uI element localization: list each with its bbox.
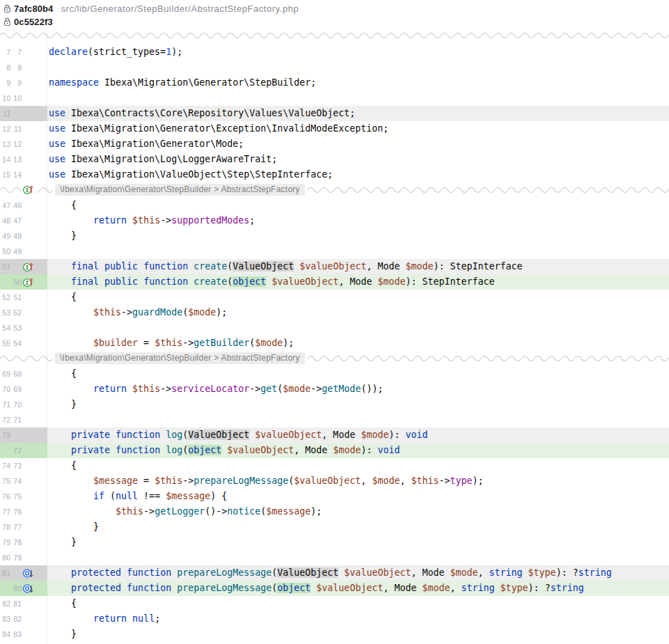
diff-line[interactable]: 99namespace Ibexa\Migration\Generator\St…: [0, 75, 669, 91]
gutter: 77: [0, 45, 47, 60]
diff-line[interactable]: 1211use Ibexa\Migration\Generator\Except…: [0, 121, 669, 136]
old-line-number: 74: [0, 458, 10, 473]
gutter: 5554: [0, 336, 47, 351]
code-text: return $this->supportedModes;: [47, 213, 669, 228]
diff-line-deleted[interactable]: 11use Ibexa\Contracts\Core\Repository\Va…: [0, 106, 669, 121]
implements-method-icon[interactable]: [22, 183, 36, 196]
new-line-number: 51: [11, 290, 22, 305]
old-line-number: 11: [0, 106, 10, 121]
new-line-number: 50: [11, 274, 22, 290]
diff-line[interactable]: 8483 }: [0, 627, 669, 642]
gutter: 11: [0, 106, 47, 121]
word-diff-highlight: object: [233, 276, 266, 287]
code-text: use Ibexa\Contracts\Core\Repository\Valu…: [47, 106, 669, 121]
code-text: }: [47, 535, 669, 550]
fold-context-label[interactable]: \Ibexa\Migration\Generator\StepBuilder >…: [55, 184, 305, 196]
code-text: namespace Ibexa\Migration\Generator\Step…: [47, 75, 669, 91]
fold-separator[interactable]: \Ibexa\Migration\Generator\StepBuilder >…: [0, 182, 669, 198]
diff-line[interactable]: 8382 return null;: [0, 611, 669, 627]
gutter: 73: [0, 427, 47, 443]
collapsed-region-separator[interactable]: [0, 31, 669, 45]
fold-context-label[interactable]: \Ibexa\Migration\Generator\StepBuilder >…: [55, 352, 305, 364]
diff-line[interactable]: 8079: [0, 550, 669, 565]
old-line-number: 84: [0, 627, 10, 642]
gutter: 7473: [0, 458, 47, 473]
diff-line[interactable]: 5352 $this->guardMode($mode);: [0, 305, 669, 320]
diff-line[interactable]: 1010: [0, 91, 669, 106]
diff-line[interactable]: 5049: [0, 244, 669, 259]
diff-line[interactable]: 7675 if (null !== $message) {: [0, 489, 669, 504]
old-line-number: 78: [0, 519, 10, 535]
diff-line[interactable]: 4746 {: [0, 198, 669, 213]
diff-line[interactable]: 1312use Ibexa\Migration\Generator\Mode;: [0, 136, 669, 152]
old-line-number: 51: [0, 259, 10, 274]
code-text: if (null !== $message) {: [47, 489, 669, 504]
code-text: {: [47, 366, 669, 382]
diff-line[interactable]: 7069 return $this->serviceLocator->get($…: [0, 382, 669, 397]
diff-line-deleted[interactable]: 81 protected function prepareLogMessage(…: [0, 565, 669, 581]
old-line-number: 49: [0, 228, 10, 244]
diff-line[interactable]: 7877 }: [0, 519, 669, 535]
diff-line[interactable]: 7170 }: [0, 397, 669, 412]
gutter: 7877: [0, 519, 47, 535]
diff-line-deleted[interactable]: 73 private function log(ValueObject $val…: [0, 427, 669, 443]
diff-line-inserted[interactable]: 50 final public function create(object $…: [0, 274, 669, 290]
implements-method-icon[interactable]: [22, 260, 36, 273]
new-line-number: 14: [11, 167, 22, 182]
new-line-number: 69: [11, 382, 22, 397]
diff-line[interactable]: 5251 {: [0, 290, 669, 305]
code-text: [47, 60, 669, 75]
old-line-number: 82: [0, 596, 10, 611]
diff-line[interactable]: 6968 {: [0, 366, 669, 382]
diff-line[interactable]: 7271: [0, 412, 669, 427]
gutter: 7170: [0, 397, 47, 412]
new-revision-row: 0c5522f3: [3, 15, 53, 29]
diff-content: 77declare(strict_types=1);8899namespace …: [0, 31, 669, 642]
gutter: 7978: [0, 535, 47, 550]
diff-line[interactable]: 5453: [0, 320, 669, 336]
diff-line[interactable]: 7776 $this->getLogger()->notice($message…: [0, 504, 669, 519]
old-line-number: 75: [0, 473, 10, 489]
old-line-number: 73: [0, 427, 10, 443]
code-text: final public function create(ValueObject…: [47, 259, 669, 274]
overridden-method-icon[interactable]: [22, 567, 36, 579]
gutter: 4847: [0, 213, 47, 228]
diff-line-deleted[interactable]: 51 final public function create(ValueObj…: [0, 259, 669, 274]
code-text: protected function prepareLogMessage(Val…: [47, 565, 669, 581]
old-line-number: 52: [0, 290, 10, 305]
diff-line-inserted[interactable]: 80 protected function prepareLogMessage(…: [0, 581, 669, 596]
new-line-number: 72: [11, 443, 22, 458]
diff-line[interactable]: 7574 $message = $this->prepareLogMessage…: [0, 473, 669, 489]
code-text: }: [47, 228, 669, 244]
old-line-number: 69: [0, 366, 10, 382]
old-line-number: 55: [0, 336, 10, 351]
old-line-number: 71: [0, 397, 10, 412]
diff-line[interactable]: 7473 {: [0, 458, 669, 473]
diff-line[interactable]: 5554 $builder = $this->getBuilder($mode)…: [0, 336, 669, 351]
diff-line[interactable]: 77declare(strict_types=1);: [0, 45, 669, 60]
implements-method-icon[interactable]: [22, 276, 36, 288]
code-text: [47, 91, 669, 106]
diff-line[interactable]: 7978 }: [0, 535, 669, 550]
diff-line[interactable]: 1514use Ibexa\Migration\ValueObject\Step…: [0, 167, 669, 182]
diff-line-inserted[interactable]: 72 private function log(object $valueObj…: [0, 443, 669, 458]
new-line-number: 71: [11, 412, 22, 427]
new-line-number: 48: [11, 228, 22, 244]
diff-line[interactable]: 88: [0, 60, 669, 75]
old-line-number: 13: [0, 136, 10, 152]
diff-line[interactable]: 4847 return $this->supportedModes;: [0, 213, 669, 228]
gutter: 8483: [0, 627, 47, 642]
new-line-number: 47: [11, 213, 22, 228]
old-commit-hash: 7afc80b4: [14, 3, 53, 14]
diff-line[interactable]: 4948 }: [0, 228, 669, 244]
gutter: 1010: [0, 91, 47, 106]
code-text: use Ibexa\Migration\Generator\Exception\…: [47, 121, 669, 136]
diff-line[interactable]: 1413use Ibexa\Migration\Log\LoggerAwareT…: [0, 152, 669, 167]
fold-separator[interactable]: \Ibexa\Migration\Generator\StepBuilder >…: [0, 351, 669, 366]
gutter: 72: [0, 443, 47, 458]
overridden-method-icon[interactable]: [22, 582, 36, 595]
diff-line[interactable]: 8281 {: [0, 596, 669, 611]
gutter: 7069: [0, 382, 47, 397]
gutter: 88: [0, 60, 47, 75]
new-line-number: 11: [11, 121, 22, 136]
